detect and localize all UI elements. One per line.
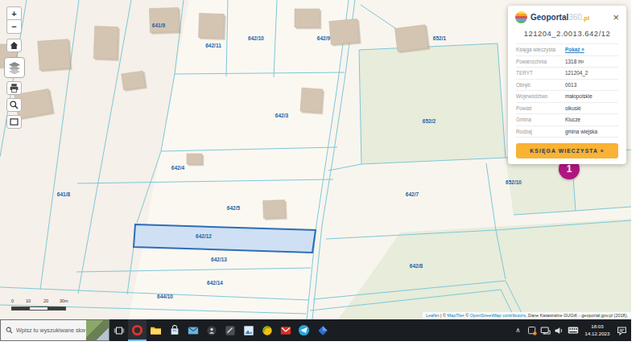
attribute-row: Obręb0013 bbox=[516, 80, 618, 92]
opera-browser-button[interactable] bbox=[128, 319, 147, 341]
parcel-label: 642/13 bbox=[211, 257, 227, 262]
printer-icon bbox=[9, 83, 19, 93]
search-icon bbox=[6, 327, 13, 334]
parcel-label: 642/11 bbox=[205, 43, 221, 48]
maptiler-link[interactable]: MapTiler bbox=[448, 313, 464, 318]
swirl-app-icon bbox=[262, 325, 273, 336]
telegram-icon bbox=[298, 324, 310, 336]
logo-brand: Geoportal bbox=[530, 13, 568, 22]
search-input[interactable] bbox=[16, 327, 85, 334]
parcel-label: 642/14 bbox=[207, 280, 223, 286]
parcel-label: 642/7 bbox=[406, 191, 419, 197]
photos-app-button[interactable] bbox=[239, 319, 258, 341]
scale-tick: 0 bbox=[11, 298, 14, 303]
attribute-row: Województwomałopolskie bbox=[516, 91, 618, 103]
generic-app-icon bbox=[225, 325, 236, 336]
attribute-value: 1318 m² bbox=[565, 59, 618, 64]
select-area-button[interactable] bbox=[6, 115, 22, 129]
scale-tick: 10 bbox=[26, 298, 31, 303]
attribute-row: TERYT121204_2 bbox=[516, 68, 618, 80]
attribute-row: Powiatolkuski bbox=[516, 103, 618, 115]
home-icon bbox=[9, 40, 19, 51]
map-area[interactable]: 641/9 642/11 642/10 642/9 652/1 642/3 65… bbox=[0, 0, 631, 319]
attribute-value: gmina wiejska bbox=[565, 129, 618, 134]
system-tray: ∧ 18:03 bbox=[511, 319, 631, 341]
layers-icon bbox=[7, 61, 22, 74]
gmail-app-button[interactable] bbox=[276, 319, 295, 341]
app-button-contacts[interactable] bbox=[202, 319, 221, 341]
badge-app-icon bbox=[527, 326, 537, 335]
attribute-label: Gmina bbox=[516, 117, 565, 122]
action-center-button[interactable] bbox=[615, 319, 629, 341]
red-mail-icon bbox=[280, 326, 291, 335]
scale-tick: 30m bbox=[60, 298, 68, 303]
layers-button[interactable] bbox=[4, 57, 25, 78]
home-button[interactable] bbox=[6, 39, 22, 52]
parcel-id-title: 121204_2.0013.642/12 bbox=[508, 26, 626, 43]
tray-volume-button[interactable] bbox=[552, 319, 566, 341]
zoom-out-button[interactable]: − bbox=[6, 20, 22, 34]
keyboard-icon bbox=[568, 326, 579, 335]
attribution-text: , Dane Katastralne GUGiK - geoportal.gov… bbox=[526, 313, 628, 318]
geoportal-logo-text: Geoportal360.pl bbox=[530, 13, 612, 22]
print-button[interactable] bbox=[6, 81, 22, 95]
tray-expand-button[interactable]: ∧ bbox=[511, 319, 525, 341]
parcel-label: 641/8 bbox=[57, 191, 71, 197]
file-explorer-button[interactable] bbox=[147, 319, 165, 341]
attribute-label: Obręb bbox=[516, 82, 565, 88]
parcel-label: 642/4 bbox=[171, 165, 185, 171]
attribute-row: Powierzchnia1318 m² bbox=[516, 56, 618, 68]
parcel-label: 652/1 bbox=[433, 35, 447, 41]
parcel-label: 652/2 bbox=[423, 118, 436, 124]
tray-update-button[interactable] bbox=[525, 319, 539, 341]
parcel-info-panel: Geoportal360.pl × 121204_2.0013.642/12 K… bbox=[508, 6, 626, 164]
windows-taskbar: ∧ 18:03 bbox=[0, 319, 631, 341]
panel-header: Geoportal360.pl × bbox=[508, 6, 626, 26]
right-margin bbox=[631, 0, 644, 362]
osm-link[interactable]: OpenStreetMap contributors bbox=[470, 313, 526, 318]
search-daily-image[interactable] bbox=[86, 320, 109, 340]
show-kw-link[interactable]: Pokaż » bbox=[565, 47, 618, 52]
folder-icon bbox=[150, 325, 162, 335]
parcel-label: 652/10 bbox=[506, 179, 522, 185]
attribute-label: Powiat bbox=[516, 105, 565, 111]
close-icon[interactable]: × bbox=[612, 12, 620, 23]
parcel-label: 642/9 bbox=[317, 35, 331, 41]
leaflet-link[interactable]: Leaflet bbox=[426, 313, 440, 318]
search-button[interactable] bbox=[6, 98, 22, 112]
attribute-label: TERYT bbox=[516, 70, 565, 76]
selected-parcel[interactable] bbox=[134, 224, 316, 253]
attribution-text: © bbox=[464, 313, 470, 318]
ksiega-wieczysta-button[interactable]: KSIĘGA WIECZYSTA » bbox=[516, 143, 618, 158]
attribute-value: olkuski bbox=[565, 105, 618, 111]
scale-bar: 0 10 20 30m bbox=[11, 298, 66, 311]
rectangle-select-icon bbox=[9, 117, 19, 127]
microsoft-store-button[interactable] bbox=[165, 319, 184, 341]
desktop-screen: 641/9 642/11 642/10 642/9 652/1 642/3 65… bbox=[0, 0, 644, 362]
taskbar-search[interactable] bbox=[0, 319, 109, 341]
app-button-swirl[interactable] bbox=[258, 319, 276, 341]
attribute-value: 121204_2 bbox=[565, 70, 618, 76]
taskbar-clock[interactable]: 18:03 14.12.2023 bbox=[580, 323, 615, 337]
app-button-diamond[interactable] bbox=[313, 319, 332, 341]
attribute-value: małopolskie bbox=[565, 93, 618, 99]
geoportal-logo-icon bbox=[515, 11, 527, 23]
mail-app-button[interactable] bbox=[184, 319, 202, 341]
parcel-label: 642/12 bbox=[196, 233, 212, 239]
search-icon bbox=[9, 100, 19, 110]
scale-tick: 20 bbox=[43, 298, 48, 303]
app-button-dark[interactable] bbox=[221, 319, 239, 341]
tray-keyboard-button[interactable] bbox=[566, 319, 580, 341]
scale-bar-segments bbox=[11, 306, 66, 311]
blue-diamond-icon bbox=[317, 325, 328, 336]
parcel-label: 641/9 bbox=[152, 23, 166, 28]
clock-time: 18:03 bbox=[580, 323, 615, 330]
task-view-button[interactable] bbox=[109, 319, 128, 341]
attribute-value: 0013 bbox=[565, 82, 618, 88]
telegram-button[interactable] bbox=[295, 319, 313, 341]
tray-network-button[interactable] bbox=[539, 319, 552, 341]
parcel-label: 642/5 bbox=[227, 205, 241, 211]
zoom-in-button[interactable]: + bbox=[6, 6, 22, 20]
parcel-label: 644/10 bbox=[157, 294, 173, 299]
speaker-icon bbox=[554, 326, 564, 335]
